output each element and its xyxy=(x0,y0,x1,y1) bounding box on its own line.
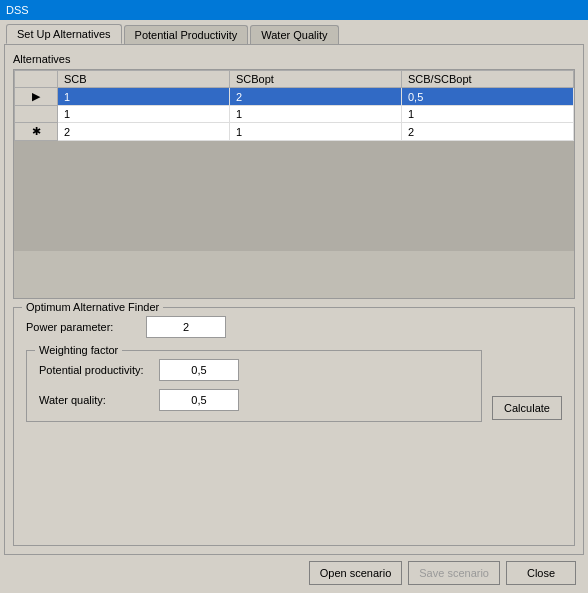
table-row[interactable]: 1 1 1 xyxy=(15,106,574,123)
water-quality-input[interactable] xyxy=(159,389,239,411)
calc-btn-container: Calculate xyxy=(482,396,562,422)
power-param-label: Power parameter: xyxy=(26,321,146,333)
window-body: Set Up Alternatives Potential Productivi… xyxy=(0,20,588,593)
calculate-button[interactable]: Calculate xyxy=(492,396,562,420)
save-scenario-button[interactable]: Save scenario xyxy=(408,561,500,585)
tab-productivity[interactable]: Potential Productivity xyxy=(124,25,249,44)
row-scbopt: 2 xyxy=(230,88,402,106)
open-scenario-button[interactable]: Open scenario xyxy=(309,561,403,585)
close-button[interactable]: Close xyxy=(506,561,576,585)
table-row[interactable]: ▶ 1 2 0,5 xyxy=(15,88,574,106)
weighting-legend: Weighting factor xyxy=(35,344,122,356)
row-ratio: 1 xyxy=(402,106,574,123)
row-scb: 1 xyxy=(58,106,230,123)
main-content: Alternatives SCB SCBopt SCB/SCBopt ▶ 1 2… xyxy=(4,44,584,555)
col-scbopt-header: SCBopt xyxy=(230,71,402,88)
row-ratio: 0,5 xyxy=(402,88,574,106)
table-empty-area xyxy=(14,141,574,251)
power-param-input[interactable] xyxy=(146,316,226,338)
alternatives-table-container: SCB SCBopt SCB/SCBopt ▶ 1 2 0,5 1 1 1 ✱ … xyxy=(13,69,575,299)
water-quality-label: Water quality: xyxy=(39,394,159,406)
row-marker: ✱ xyxy=(15,123,58,141)
row-scb: 1 xyxy=(58,88,230,106)
title-label: DSS xyxy=(6,4,29,16)
water-quality-row: Water quality: xyxy=(39,389,469,411)
col-marker-header xyxy=(15,71,58,88)
oaf-fields: Weighting factor Potential productivity:… xyxy=(26,346,482,422)
potential-productivity-row: Potential productivity: xyxy=(39,359,469,381)
row-scbopt: 1 xyxy=(230,106,402,123)
bottom-bar: Open scenario Save scenario Close xyxy=(4,555,584,589)
oaf-group: Optimum Alternative Finder Power paramet… xyxy=(13,307,575,546)
weighting-group: Weighting factor Potential productivity:… xyxy=(26,350,482,422)
col-ratio-header: SCB/SCBopt xyxy=(402,71,574,88)
row-ratio: 2 xyxy=(402,123,574,141)
potential-productivity-input[interactable] xyxy=(159,359,239,381)
row-marker xyxy=(15,106,58,123)
tab-quality[interactable]: Water Quality xyxy=(250,25,338,44)
tab-setup[interactable]: Set Up Alternatives xyxy=(6,24,122,44)
power-param-row: Power parameter: xyxy=(26,316,562,338)
table-row[interactable]: ✱ 2 1 2 xyxy=(15,123,574,141)
oaf-right: Weighting factor Potential productivity:… xyxy=(26,346,562,422)
alternatives-label: Alternatives xyxy=(13,53,575,65)
row-scbopt: 1 xyxy=(230,123,402,141)
col-scb-header: SCB xyxy=(58,71,230,88)
table-header-row: SCB SCBopt SCB/SCBopt xyxy=(15,71,574,88)
oaf-legend: Optimum Alternative Finder xyxy=(22,301,163,313)
tabs-bar: Set Up Alternatives Potential Productivi… xyxy=(4,24,584,44)
alternatives-table: SCB SCBopt SCB/SCBopt ▶ 1 2 0,5 1 1 1 ✱ … xyxy=(14,70,574,141)
row-marker: ▶ xyxy=(15,88,58,106)
title-bar: DSS xyxy=(0,0,588,20)
potential-productivity-label: Potential productivity: xyxy=(39,364,159,376)
row-scb: 2 xyxy=(58,123,230,141)
